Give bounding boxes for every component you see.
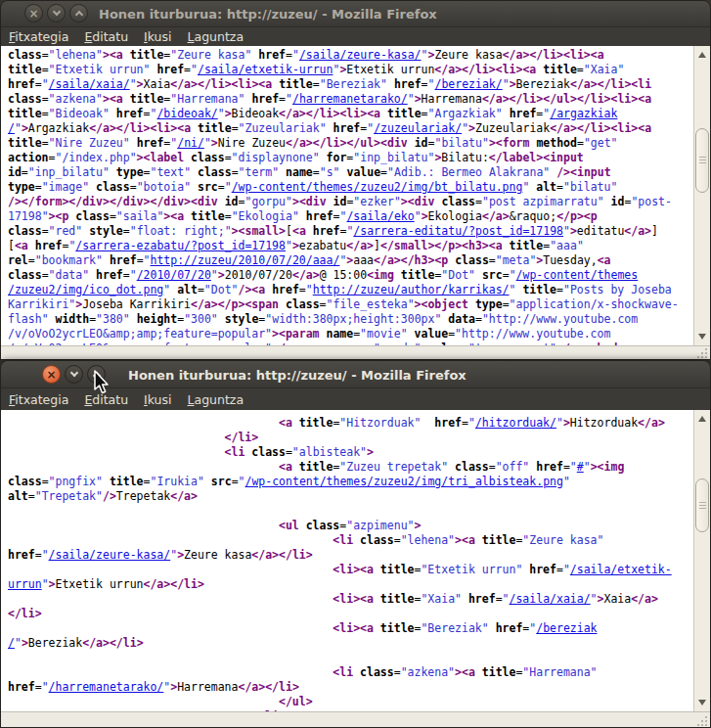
minimize-button[interactable]: [47, 4, 66, 23]
resize-grip[interactable]: [695, 714, 707, 726]
minimize-icon: [52, 8, 60, 16]
source-line: rel="bookmark" href="http://zuzeu/2010/0…: [8, 253, 710, 268]
source-line: Karrikiri">Joseba Karrikiri</a></p><span…: [8, 297, 710, 312]
source-line: <li><a title="Xaia" href="/saila/xaia/">…: [8, 592, 710, 607]
source-line: class="pngfix" title="Irukia" src="/wp-c…: [8, 475, 710, 489]
menu-ikusi[interactable]: Ikusi: [144, 29, 171, 44]
source-line: class="lehena"><a title="Zeure kasa" hre…: [8, 48, 710, 63]
source-line: /v/oVoO2ycrLEO&amp;amp;feature=popular">…: [8, 327, 710, 341]
source-line: </li>: [8, 607, 710, 621]
source-line: <a title="Zuzeu trepetak" class="off" hr…: [8, 460, 710, 475]
close-icon: ×: [28, 7, 38, 21]
menu-fitxategia[interactable]: Fitxategia: [9, 29, 68, 44]
source-line: type="image" class="botoia" src="/wp-con…: [8, 180, 710, 195]
menu-ikusi[interactable]: Ikusi: [144, 392, 171, 407]
source-line: /">Bereziak</a></li>: [8, 636, 710, 651]
window-title: Honen iturburua: http://zuzeu/ - Mozilla…: [99, 7, 437, 22]
scrollbar-thumb[interactable]: [695, 128, 709, 193]
source-line: href="/saila/xaia/">Xaia</a></li><li><a …: [8, 77, 710, 92]
close-button[interactable]: ×: [24, 4, 43, 23]
source-line: title="Bideoak" href="/bideoak/">Bideoak…: [8, 107, 710, 121]
menu-editatu[interactable]: Editatu: [84, 29, 128, 44]
source-line: <li><a title="Etxetik urrun" href="/sail…: [8, 563, 710, 577]
source-line: </ul>: [8, 695, 710, 709]
vertical-scrollbar[interactable]: [693, 46, 710, 345]
source-line: </li>: [8, 431, 710, 445]
source-line: class="data" href="/2010/07/20">2010/07/…: [8, 268, 710, 283]
menubar: FitxategiaEditatuIkusiLaguntza: [1, 27, 710, 46]
maximize-icon: [92, 372, 100, 380]
source-line: action="/index.php"><label class="displa…: [8, 151, 710, 165]
source-line: urrun">Etxetik urrun</a></li>: [8, 577, 710, 592]
source-line: alt="Trepetak"/>Trepetak</a>: [8, 489, 710, 504]
menu-fitxategia[interactable]: Fitxategia: [9, 392, 68, 407]
source-line: <li class="lehena"><a title="Zeure kasa": [8, 533, 710, 548]
scroll-down-arrow-icon[interactable]: [694, 330, 710, 343]
window-buttons: ×: [42, 365, 106, 384]
source-line: <li class="albisteak">: [8, 445, 710, 460]
scrollbar-thumb[interactable]: [695, 478, 709, 532]
source-line: id="inp_bilatu" type="text" class="term"…: [8, 165, 710, 180]
maximize-button[interactable]: [69, 4, 88, 23]
source-code[interactable]: <a title="Hitzorduak" href="/hitzorduak/…: [1, 410, 710, 711]
window-buttons: ×: [24, 4, 88, 23]
source-line: title="Etxetik urrun" href="/saila/etxet…: [8, 63, 710, 77]
source-line: href="/harremanetarako/">Harremana</a></…: [8, 680, 710, 695]
source-view[interactable]: class="lehena"><a title="Zeure kasa" hre…: [1, 46, 710, 345]
source-code[interactable]: class="lehena"><a title="Zeure kasa" hre…: [1, 46, 710, 345]
statusbar: [1, 711, 710, 728]
menu-laguntza[interactable]: Laguntza: [188, 392, 244, 407]
source-line: [8, 504, 710, 519]
source-line: 17198"><p class="saila"><a title="Ekolog…: [8, 209, 710, 224]
source-line: <li><a title="Bereziak" href="/bereziak: [8, 621, 710, 636]
desktop: { "ui": { "title": "Honen iturburua: htt…: [0, 0, 711, 728]
resize-grip[interactable]: [695, 346, 707, 358]
source-line: /">Argazkiak</a></li><li><a title="Zuzeu…: [8, 121, 710, 136]
maximize-icon: [74, 11, 82, 19]
source-line: class="azkena"><a title="Harremana" href…: [8, 92, 710, 107]
source-line: [8, 651, 710, 665]
source-line: class="red" style="float: right;"><small…: [8, 224, 710, 239]
titlebar[interactable]: × Honen iturburua: http://zuzeu/ - Mozil…: [1, 1, 710, 27]
minimize-icon: [69, 369, 77, 377]
source-view[interactable]: <a title="Hitzorduak" href="/hitzorduak/…: [1, 410, 710, 711]
minimize-button[interactable]: [65, 365, 83, 384]
source-line: href="/saila/zeure-kasa/">Zeure kasa</a>…: [8, 548, 710, 563]
source-line: title="Nire Zuzeu" href="/ni/">Nire Zuze…: [8, 136, 710, 151]
maximize-button[interactable]: [87, 365, 106, 384]
menu-editatu[interactable]: Editatu: [84, 392, 128, 407]
source-line: <li class="azkena"><a title="Harremana": [8, 665, 710, 680]
source-line: /zuzeu2/img/ico_dot.png" alt="Dot"/><a h…: [8, 283, 710, 297]
window-title: Honen iturburua: http://zuzeu/ - Mozilla…: [128, 368, 467, 383]
source-line: /></form></div></div></div><div id="gorp…: [8, 195, 710, 209]
scroll-up-arrow-icon[interactable]: [694, 48, 710, 62]
vertical-scrollbar[interactable]: [693, 410, 710, 711]
firefox-view-source-window-bottom: × Honen iturburua: http://zuzeu/ - Mozil…: [0, 360, 711, 728]
source-line: [<a href="/sarrera-ezabatu/?post_id=1719…: [8, 239, 710, 253]
close-button[interactable]: ×: [42, 365, 61, 384]
menubar: FitxategiaEditatuIkusiLaguntza: [1, 388, 710, 410]
statusbar: [1, 345, 710, 360]
scroll-down-arrow-icon[interactable]: [694, 696, 710, 709]
close-icon: ×: [46, 368, 56, 382]
menu-laguntza[interactable]: Laguntza: [188, 29, 244, 44]
firefox-view-source-window-top: × Honen iturburua: http://zuzeu/ - Mozil…: [0, 0, 711, 360]
scroll-up-arrow-icon[interactable]: [694, 412, 710, 426]
titlebar[interactable]: × Honen iturburua: http://zuzeu/ - Mozil…: [1, 361, 710, 388]
source-line: flash" width="380" height="300" style="w…: [8, 312, 710, 327]
source-line: <a title="Hitzorduak" href="/hitzorduak/…: [8, 416, 710, 431]
source-line: <ul class="azpimenu">: [8, 519, 710, 533]
